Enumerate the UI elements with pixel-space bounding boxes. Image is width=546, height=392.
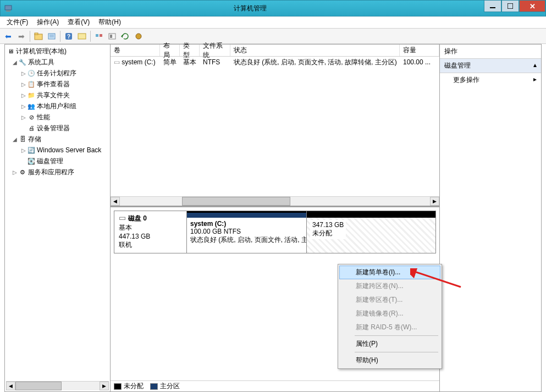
ctx-new-simple-volume[interactable]: 新建简单卷(I)... (339, 266, 440, 279)
expand-icon[interactable]: ▷ (20, 147, 27, 153)
expand-icon[interactable]: ▷ (20, 92, 27, 98)
settings-icon[interactable] (133, 30, 145, 42)
collapse-icon[interactable]: ◢ (12, 136, 18, 142)
tree-storage[interactable]: ◢ 🗄 存储 (6, 134, 109, 145)
disk-size: 447.13 GB (119, 233, 182, 240)
expand-icon[interactable]: ▷ (20, 70, 27, 76)
disk-status: 联机 (119, 240, 182, 250)
tree-device-manager[interactable]: 🖨 设备管理器 (6, 123, 109, 134)
disk-row: ▭磁盘 0 基本 447.13 GB 联机 system (C:) 100.00… (114, 211, 436, 253)
tree-services-apps[interactable]: ▷ ⚙ 服务和应用程序 (6, 167, 109, 178)
svg-rect-2 (490, 7, 495, 8)
scroll-left-button[interactable]: ◀ (6, 382, 15, 390)
expand-icon[interactable]: ▷ (12, 169, 18, 175)
ctx-new-mirrored-volume: 新建镜像卷(R)... (339, 307, 440, 321)
view-options-icon[interactable] (76, 30, 88, 42)
chevron-up-icon: ▴ (533, 61, 537, 70)
properties-icon[interactable] (46, 30, 58, 42)
col-volume[interactable]: 卷 (111, 45, 160, 56)
actions-panel: 操作 磁盘管理 ▴ 更多操作 ▸ (440, 45, 541, 391)
col-type[interactable]: 类型 (180, 45, 200, 56)
ctx-help[interactable]: 帮助(H) (339, 354, 440, 367)
actions-header: 操作 (440, 45, 541, 59)
refresh-icon[interactable] (119, 30, 131, 42)
device-icon: 🖨 (27, 124, 36, 132)
disk-info[interactable]: ▭磁盘 0 基本 447.13 GB 联机 (114, 211, 187, 253)
col-filesystem[interactable]: 文件系统 (200, 45, 230, 56)
expand-icon[interactable]: ▷ (20, 103, 27, 109)
volume-list-hscrollbar[interactable]: ◀ ▶ (111, 196, 439, 206)
tree-hscrollbar[interactable]: ◀ ▶ (6, 381, 109, 390)
perf-icon: ⊘ (27, 113, 36, 122)
tree-local-users[interactable]: ▷ 👥 本地用户和组 (6, 101, 109, 112)
volume-list-header: 卷 布局 类型 文件系统 状态 容量 (111, 45, 439, 57)
partition-unallocated[interactable]: 347.13 GB 未分配 (307, 211, 435, 253)
toolbar: ⬅ ➡ ? (0, 29, 546, 44)
back-button[interactable]: ⬅ (2, 30, 14, 42)
svg-rect-13 (100, 34, 102, 37)
close-button[interactable]: ✕ (519, 0, 545, 12)
tree-shared-folders[interactable]: ▷ 📁 共享文件夹 (6, 90, 109, 101)
services-icon: ⚙ (18, 168, 27, 176)
partition-system-c[interactable]: system (C:) 100.00 GB NTFS 状态良好 (系统, 启动,… (187, 211, 307, 253)
title-bar: 计算机管理 ✕ (0, 0, 546, 16)
svg-rect-11 (78, 34, 86, 39)
storage-icon: 🗄 (18, 135, 27, 143)
menu-file[interactable]: 文件(F) (2, 18, 32, 27)
ctx-new-raid5-volume: 新建 RAID-5 卷(W)... (339, 321, 440, 334)
col-capacity[interactable]: 容量 (400, 45, 439, 56)
users-icon: 👥 (27, 102, 36, 111)
tools-icon: 🔧 (18, 58, 27, 67)
col-layout[interactable]: 布局 (160, 45, 180, 56)
svg-text:?: ? (67, 34, 70, 40)
col-status[interactable]: 状态 (230, 45, 400, 56)
scroll-left-button[interactable]: ◀ (111, 197, 120, 206)
tree-task-scheduler[interactable]: ▷ 🕒 任务计划程序 (6, 68, 109, 79)
svg-marker-16 (121, 35, 123, 38)
tree-root[interactable]: 🖥 计算机管理(本地) (6, 46, 109, 57)
menu-action[interactable]: 操作(A) (32, 18, 63, 27)
actions-more[interactable]: 更多操作 ▸ (440, 73, 541, 87)
menu-help[interactable]: 帮助(H) (94, 18, 125, 27)
svg-rect-0 (5, 5, 12, 10)
clock-icon: 🕒 (27, 69, 36, 78)
svg-rect-5 (35, 33, 38, 35)
expand-icon[interactable]: ▷ (20, 81, 27, 87)
svg-rect-6 (48, 34, 55, 39)
legend-primary-label: 主分区 (160, 382, 180, 391)
svg-point-17 (136, 34, 141, 39)
tree-panel: 🖥 计算机管理(本地) ◢ 🔧 系统工具 ▷ 🕒 任务计划程序 ▷ 📋 事件查看… (5, 45, 111, 391)
legend-unallocated-box (114, 383, 122, 390)
tree-disk-mgmt[interactable]: 💽 磁盘管理 (6, 156, 109, 167)
tree-wsb[interactable]: ▷ 🔄 Windows Server Back (6, 145, 109, 156)
expand-icon[interactable]: ▷ (20, 114, 27, 120)
event-icon: 📋 (27, 80, 36, 89)
help-icon[interactable]: ? (63, 30, 75, 42)
tree-system-tools[interactable]: ◢ 🔧 系统工具 (6, 57, 109, 68)
tree-event-viewer[interactable]: ▷ 📋 事件查看器 (6, 79, 109, 90)
folder-icon[interactable] (32, 30, 45, 42)
volume-list-body: ▭ system (C:) 简单 基本 NTFS 状态良好 (系统, 启动, 页… (111, 57, 439, 196)
ctx-properties[interactable]: 属性(P) (339, 337, 440, 351)
ctx-new-spanned-volume: 新建跨区卷(N)... (339, 279, 440, 293)
maximize-button[interactable] (501, 0, 519, 12)
forward-button[interactable]: ➡ (15, 30, 27, 42)
scroll-right-button[interactable]: ▶ (100, 382, 109, 390)
menu-bar: 文件(F) 操作(A) 查看(V) 帮助(H) (0, 16, 546, 29)
scroll-right-button[interactable]: ▶ (430, 197, 439, 206)
disk-type: 基本 (119, 223, 182, 233)
minimize-button[interactable] (484, 0, 501, 12)
action-icon-1[interactable] (93, 30, 105, 42)
disk-icon: 💽 (27, 157, 36, 165)
disk-drive-icon: ▭ (119, 213, 126, 222)
computer-icon: 🖥 (6, 47, 15, 56)
tree-performance[interactable]: ▷ ⊘ 性能 (6, 112, 109, 123)
svg-rect-12 (96, 34, 98, 37)
collapse-icon[interactable]: ◢ (12, 59, 18, 65)
action-icon-2[interactable] (106, 30, 118, 42)
menu-view[interactable]: 查看(V) (63, 18, 94, 27)
actions-group-disk-mgmt[interactable]: 磁盘管理 ▴ (440, 59, 541, 73)
volume-row[interactable]: ▭ system (C:) 简单 基本 NTFS 状态良好 (系统, 启动, 页… (111, 57, 439, 68)
svg-rect-15 (110, 35, 112, 38)
context-menu: 新建简单卷(I)... 新建跨区卷(N)... 新建带区卷(T)... 新建镜像… (338, 264, 442, 369)
